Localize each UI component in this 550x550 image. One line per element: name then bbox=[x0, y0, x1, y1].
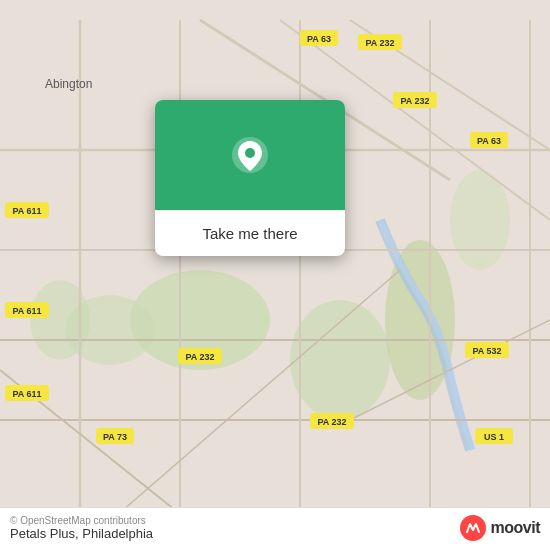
popup-card: Take me there bbox=[155, 100, 345, 256]
svg-text:PA 63: PA 63 bbox=[307, 34, 331, 44]
moovit-logo: moovit bbox=[459, 514, 540, 542]
svg-text:US 1: US 1 bbox=[484, 432, 504, 442]
svg-text:PA 63: PA 63 bbox=[477, 136, 501, 146]
svg-text:Abington: Abington bbox=[45, 77, 92, 91]
take-me-there-button[interactable]: Take me there bbox=[171, 223, 329, 244]
map-background: PA 63 PA 232 PA 232 PA 63 PA 611 PA 611 … bbox=[0, 0, 550, 550]
svg-text:PA 232: PA 232 bbox=[317, 417, 346, 427]
svg-text:PA 611: PA 611 bbox=[12, 306, 41, 316]
popup-green-section bbox=[155, 100, 345, 210]
svg-point-5 bbox=[450, 170, 510, 270]
bottom-bar: © OpenStreetMap contributors Petals Plus… bbox=[0, 507, 550, 550]
svg-text:PA 532: PA 532 bbox=[472, 346, 501, 356]
svg-point-48 bbox=[245, 148, 255, 158]
copyright-text: © OpenStreetMap contributors bbox=[10, 515, 153, 526]
svg-text:PA 611: PA 611 bbox=[12, 389, 41, 399]
svg-point-2 bbox=[290, 300, 390, 420]
popup-button-section: Take me there bbox=[155, 210, 345, 256]
location-text: Petals Plus, Philadelphia bbox=[10, 526, 153, 541]
moovit-brand-icon bbox=[459, 514, 487, 542]
svg-text:PA 73: PA 73 bbox=[103, 432, 127, 442]
moovit-brand-label: moovit bbox=[491, 519, 540, 537]
map-pin-icon bbox=[228, 133, 272, 177]
svg-text:PA 232: PA 232 bbox=[185, 352, 214, 362]
svg-text:PA 232: PA 232 bbox=[400, 96, 429, 106]
map-container: PA 63 PA 232 PA 232 PA 63 PA 611 PA 611 … bbox=[0, 0, 550, 550]
svg-text:PA 232: PA 232 bbox=[365, 38, 394, 48]
svg-text:PA 611: PA 611 bbox=[12, 206, 41, 216]
bottom-left: © OpenStreetMap contributors Petals Plus… bbox=[10, 515, 153, 541]
